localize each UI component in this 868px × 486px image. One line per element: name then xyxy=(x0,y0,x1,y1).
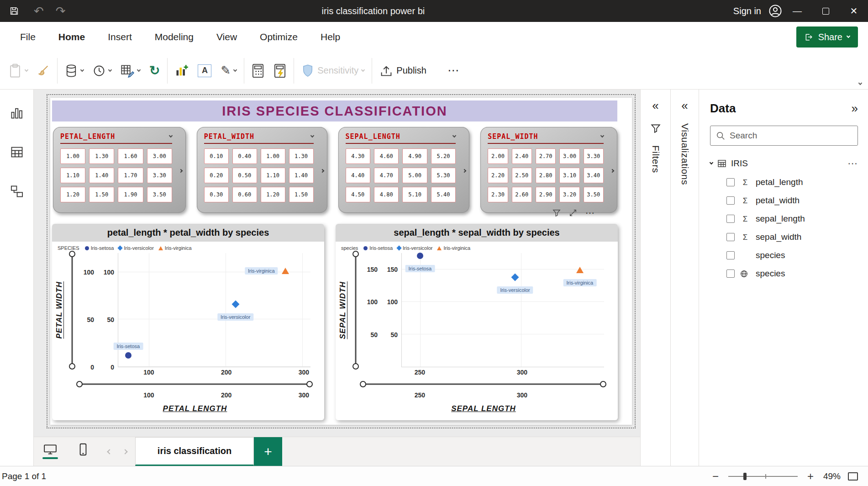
search-input[interactable] xyxy=(730,131,852,141)
expand-filters-button[interactable]: « xyxy=(652,100,658,111)
slicer-next-page-button[interactable] xyxy=(321,166,324,174)
slider-handle[interactable] xyxy=(76,381,83,387)
new-measure-button[interactable] xyxy=(252,63,264,78)
slicer-value-button[interactable]: 4.70 xyxy=(374,168,399,183)
slicer-value-button[interactable]: 1.20 xyxy=(60,187,85,202)
slicer-value-button[interactable]: 3.50 xyxy=(584,187,604,202)
data-point-iris-setosa[interactable] xyxy=(125,352,132,359)
focus-mode-icon[interactable] xyxy=(569,209,577,217)
more-options-icon[interactable]: ⋯ xyxy=(585,207,595,218)
text-box-button[interactable]: A xyxy=(198,64,211,77)
slicer-value-button[interactable]: 1.50 xyxy=(289,187,314,202)
slicer-value-button[interactable]: 1.40 xyxy=(89,168,114,183)
slicer-value-button[interactable]: 1.50 xyxy=(89,187,114,202)
report-canvas[interactable]: IRIS SPECIES CLASSIFICATION PETAL_LENGTH… xyxy=(34,90,640,437)
slicer-value-button[interactable]: 1.00 xyxy=(60,148,85,164)
slicer-value-button[interactable]: 1.30 xyxy=(289,148,314,164)
slicer-petal-length[interactable]: PETAL_LENGTH 1.001.301.603.001.101.401.7… xyxy=(53,127,186,213)
next-page-arrow[interactable] xyxy=(122,449,127,454)
minimize-button[interactable]: — xyxy=(783,0,811,22)
field-checkbox[interactable] xyxy=(726,215,735,223)
recent-sources-button[interactable] xyxy=(93,64,111,77)
redo-icon[interactable]: ↷ xyxy=(56,5,66,17)
zoom-in-button[interactable]: + xyxy=(805,471,816,482)
slicer-value-button[interactable]: 2.50 xyxy=(512,168,532,183)
slicer-value-button[interactable]: 5.20 xyxy=(431,148,456,164)
slider-handle[interactable] xyxy=(69,251,75,257)
menu-tab-optimize[interactable]: Optimize xyxy=(250,26,308,48)
field-checkbox[interactable] xyxy=(726,196,735,205)
plot-area[interactable]: Iris-setosaIris-versicolorIris-virginica xyxy=(118,253,310,367)
slider-handle[interactable] xyxy=(600,381,606,387)
slicer-value-button[interactable]: 4.90 xyxy=(402,148,427,164)
zoom-slider-handle[interactable] xyxy=(743,473,747,480)
slicer-value-button[interactable]: 1.00 xyxy=(261,148,285,164)
transform-data-button[interactable] xyxy=(121,64,140,78)
slicer-value-button[interactable]: 4.40 xyxy=(346,168,370,183)
collapse-data-panel-button[interactable]: » xyxy=(852,101,858,116)
slider-handle[interactable] xyxy=(352,251,359,257)
field-checkbox[interactable] xyxy=(726,178,735,186)
slicer-value-button[interactable]: 5.00 xyxy=(402,168,427,183)
field-row-sepal_length[interactable]: Σsepal_length xyxy=(710,210,858,228)
page-tab-iris-classification[interactable]: iris classification xyxy=(135,437,254,466)
menu-tab-home[interactable]: Home xyxy=(48,26,95,48)
zoom-out-button[interactable]: − xyxy=(710,471,721,482)
slicer-value-button[interactable]: 1.30 xyxy=(89,148,114,164)
slicer-value-button[interactable]: 4.80 xyxy=(374,187,399,202)
previous-page-arrow[interactable] xyxy=(107,449,112,454)
slicer-sepal-width[interactable]: SEPAL_WIDTH 2.002.402.703.003.302.202.50… xyxy=(480,127,617,213)
scatter-chart-petal[interactable]: petal_length * petal_width by species SP… xyxy=(52,224,324,420)
slider-handle[interactable] xyxy=(69,363,75,370)
filter-icon[interactable] xyxy=(552,209,561,217)
report-page[interactable]: IRIS SPECIES CLASSIFICATION PETAL_LENGTH… xyxy=(50,98,632,425)
slicer-value-button[interactable]: 1.70 xyxy=(118,168,143,183)
menu-tab-view[interactable]: View xyxy=(206,26,247,48)
slicer-value-button[interactable]: 2.80 xyxy=(536,168,556,183)
desktop-view-button[interactable] xyxy=(34,437,67,466)
slicer-value-button[interactable]: 0.60 xyxy=(232,187,257,202)
field-row-species[interactable]: species xyxy=(710,246,858,264)
menu-tab-modeling[interactable]: Modeling xyxy=(145,26,204,48)
slicer-value-button[interactable]: 4.30 xyxy=(346,148,370,164)
data-point-iris-versicolor[interactable] xyxy=(231,301,239,308)
slicer-value-button[interactable]: 3.30 xyxy=(584,148,604,164)
refresh-button[interactable]: ↻ xyxy=(149,64,160,77)
y-axis-range-slider[interactable] xyxy=(350,253,361,367)
menu-tab-help[interactable]: Help xyxy=(310,26,350,48)
table-node-iris[interactable]: IRIS ⋯ xyxy=(710,158,858,169)
maximize-button[interactable] xyxy=(811,0,840,22)
x-axis-range-slider[interactable] xyxy=(361,378,606,390)
field-row-petal_length[interactable]: Σpetal_length xyxy=(710,173,858,191)
slicer-value-button[interactable]: 3.00 xyxy=(147,148,172,164)
data-point-iris-virginica[interactable] xyxy=(282,268,289,274)
get-data-button[interactable] xyxy=(65,64,84,78)
share-button[interactable]: Share xyxy=(796,26,858,48)
slicer-value-button[interactable]: 1.40 xyxy=(289,168,314,183)
slicer-value-button[interactable]: 2.70 xyxy=(536,148,556,164)
save-icon[interactable] xyxy=(6,3,22,19)
slider-handle[interactable] xyxy=(352,363,359,370)
format-painter-button[interactable] xyxy=(37,64,50,77)
slicer-next-page-button[interactable] xyxy=(179,166,182,174)
slicer-value-button[interactable]: 2.60 xyxy=(512,187,532,202)
slicer-value-button[interactable]: 3.50 xyxy=(147,187,172,202)
quick-measure-button[interactable] xyxy=(274,63,286,78)
slicer-value-button[interactable]: 0.20 xyxy=(204,168,229,183)
chevron-down-icon[interactable] xyxy=(310,134,314,137)
slicer-value-button[interactable]: 2.90 xyxy=(536,187,556,202)
sign-in-button[interactable]: Sign in xyxy=(727,6,768,16)
x-axis-range-slider[interactable] xyxy=(78,378,312,390)
slicer-value-button[interactable]: 2.20 xyxy=(488,168,508,183)
expand-visualizations-button[interactable]: « xyxy=(681,100,688,111)
slicer-value-button[interactable]: 0.10 xyxy=(204,148,229,164)
slicer-value-button[interactable]: 3.00 xyxy=(559,148,579,164)
paste-button[interactable] xyxy=(8,63,28,78)
slicer-value-button[interactable]: 5.30 xyxy=(431,168,456,183)
slicer-value-button[interactable]: 0.40 xyxy=(232,148,257,164)
ribbon-more-button[interactable]: ⋯ xyxy=(447,63,460,78)
chevron-down-icon[interactable] xyxy=(452,134,456,137)
table-more-options[interactable]: ⋯ xyxy=(847,158,858,169)
slider-handle[interactable] xyxy=(360,381,366,387)
slicer-value-button[interactable]: 2.00 xyxy=(488,148,508,164)
